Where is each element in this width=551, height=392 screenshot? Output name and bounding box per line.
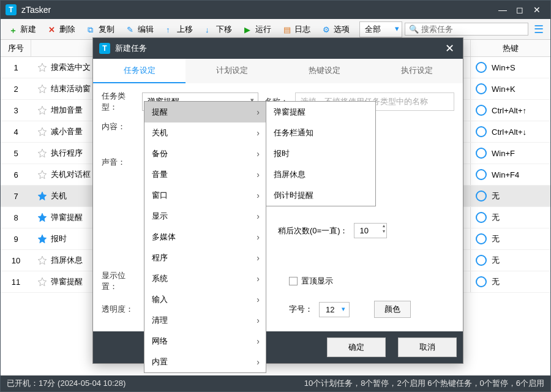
close-button[interactable]: ✕ <box>528 4 545 16</box>
moveup-button[interactable]: ↑上移 <box>161 21 198 37</box>
star-icon[interactable] <box>37 170 47 179</box>
row-index: 2 <box>1 78 31 99</box>
star-icon[interactable] <box>37 148 47 158</box>
submenu-item[interactable]: 弹窗提醒 <box>266 102 375 123</box>
cancel-button[interactable]: 取消 <box>398 337 457 357</box>
label-content: 内容： <box>102 121 136 132</box>
x-icon: ✕ <box>48 25 57 34</box>
topmost-check[interactable]: 置顶显示 <box>289 276 333 287</box>
star-icon[interactable] <box>37 234 47 244</box>
toggle-icon[interactable] <box>476 233 487 244</box>
submenu-item[interactable]: 报时 <box>266 143 375 164</box>
toggle-icon[interactable] <box>476 276 487 287</box>
font-size-combo[interactable]: 12 <box>319 302 350 317</box>
menu-item[interactable]: 显示 <box>144 206 266 227</box>
tab-schedule[interactable]: 计划设定 <box>186 59 278 83</box>
tab-task[interactable]: 任务设定 <box>93 59 186 83</box>
col-hotkey: 热键 <box>471 40 550 56</box>
star-icon[interactable] <box>37 62 47 72</box>
star-icon[interactable] <box>37 255 47 265</box>
menu-item[interactable]: 窗口 <box>144 185 266 206</box>
toggle-icon[interactable] <box>476 105 487 116</box>
options-button[interactable]: ⚙选项 <box>318 21 354 37</box>
toggle-icon[interactable] <box>476 62 487 73</box>
menu-item[interactable]: 提醒 <box>144 102 266 123</box>
toggle-icon[interactable] <box>476 148 487 159</box>
search-input[interactable] <box>421 24 524 34</box>
star-icon[interactable] <box>37 84 47 94</box>
menu-item[interactable]: 程序 <box>144 247 266 268</box>
app-logo-icon: T <box>6 4 17 15</box>
row-index: 1 <box>1 57 31 78</box>
task-name: 减小音量 <box>51 126 83 137</box>
star-icon[interactable] <box>37 191 47 201</box>
menu-item[interactable]: 系统 <box>144 268 266 289</box>
hotkey-text: 无 <box>492 276 500 287</box>
label-opacity: 透明度： <box>102 304 136 315</box>
menu-item[interactable]: 关机 <box>144 123 266 143</box>
menu-item[interactable]: 清理 <box>144 310 266 331</box>
star-icon[interactable] <box>37 105 47 115</box>
edit-button[interactable]: ✎编辑 <box>122 21 159 37</box>
copy-icon: ⧉ <box>88 25 96 34</box>
run-button[interactable]: ▶运行 <box>239 21 276 37</box>
new-button[interactable]: ＋新建 <box>4 21 41 37</box>
label-pos: 显示位置： <box>102 270 136 292</box>
star-icon[interactable] <box>37 213 47 222</box>
status-right: 10个计划任务，8个暂停，2个启用 6个热键任务，0个暂停，6个启用 <box>304 378 544 389</box>
row-index: 10 <box>1 250 31 271</box>
hotkey-text: 无 <box>492 190 500 202</box>
log-icon: ▤ <box>283 25 292 34</box>
delay-count-spinner[interactable]: 10 <box>354 223 387 238</box>
tab-exec[interactable]: 执行设定 <box>370 59 463 83</box>
hotkey-text: 无 <box>492 255 500 266</box>
submenu-item[interactable]: 挡屏休息 <box>266 164 375 185</box>
checkbox-icon <box>289 277 298 285</box>
play-icon: ▶ <box>244 25 253 34</box>
hotkey-text: Ctrl+Alt+↓ <box>492 127 527 137</box>
label-delay-count: 稍后次数(0=一直)： <box>278 225 348 236</box>
color-button[interactable]: 颜色 <box>374 301 411 318</box>
copy-button[interactable]: ⧉复制 <box>83 21 119 37</box>
log-button[interactable]: ▤日志 <box>279 21 315 37</box>
submenu-item[interactable]: 倒计时提醒 <box>266 185 375 206</box>
task-name: 增加音量 <box>51 105 83 116</box>
label-type: 任务类型： <box>102 91 136 113</box>
ok-button[interactable]: 确定 <box>327 337 386 357</box>
tab-hotkey[interactable]: 热键设定 <box>278 59 370 83</box>
hotkey-text: 无 <box>492 233 500 244</box>
search-icon: 🔍 <box>409 24 419 34</box>
list-view-button[interactable]: ☰ <box>531 21 547 37</box>
star-icon[interactable] <box>37 277 47 287</box>
dialog-close-button[interactable]: ✕ <box>442 42 457 55</box>
maximize-button[interactable]: ◻ <box>511 4 528 16</box>
row-index: 7 <box>1 186 31 206</box>
delete-button[interactable]: ✕删除 <box>43 21 80 37</box>
star-icon[interactable] <box>37 127 47 137</box>
toggle-icon[interactable] <box>476 83 487 94</box>
search-box[interactable]: 🔍 <box>405 23 528 36</box>
toggle-icon[interactable] <box>476 169 487 180</box>
menu-item[interactable]: 音量 <box>144 164 266 185</box>
hotkey-text: Win+F4 <box>492 170 519 179</box>
toggle-icon[interactable] <box>476 126 487 137</box>
toggle-icon[interactable] <box>476 212 487 223</box>
app-title: zTasker <box>21 5 494 15</box>
movedown-button[interactable]: ↓下移 <box>200 21 237 37</box>
minimize-button[interactable]: — <box>494 4 511 16</box>
menu-item[interactable]: 输入 <box>144 289 266 310</box>
menu-item[interactable]: 备份 <box>144 143 266 164</box>
dialog-logo-icon: T <box>99 43 110 54</box>
menu-item[interactable]: 网络 <box>144 331 266 352</box>
toggle-icon[interactable] <box>476 255 487 266</box>
filter-select[interactable]: 全部 <box>359 21 402 37</box>
label-font: 字号： <box>289 304 313 315</box>
task-name: 结束活动窗 <box>51 83 91 94</box>
row-index: 3 <box>1 100 31 121</box>
menu-item[interactable]: 多媒体 <box>144 227 266 247</box>
row-index: 5 <box>1 143 31 164</box>
toggle-icon[interactable] <box>476 190 487 202</box>
label-sound: 声音： <box>102 157 136 168</box>
menu-item[interactable]: 内置 <box>144 352 266 372</box>
submenu-item[interactable]: 任务栏通知 <box>266 123 375 143</box>
